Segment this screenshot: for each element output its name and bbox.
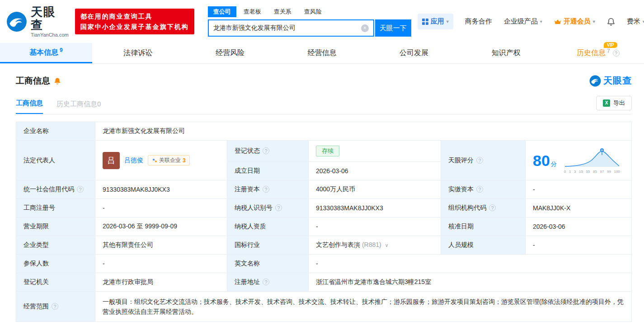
excel-icon: X [603, 99, 610, 107]
related-companies-label: 关联企业 [159, 156, 181, 164]
field-label: 企业名称 [24, 127, 49, 134]
taxpayer-quality-label-cell: 纳税人资质 [227, 218, 309, 236]
top-nav: 应用 ▾ 商务合作 企业级产品 ▾ 开通会员 ▾ 费米 ▾ [418, 14, 644, 29]
nav-cooperation[interactable]: 商务合作 [465, 17, 492, 26]
help-icon[interactable]: ? [613, 50, 620, 57]
reg-number-value-cell: - [95, 199, 227, 218]
reg-number-label-cell: 工商注册号 [16, 199, 95, 218]
search-tab-risk[interactable]: 查风险 [299, 6, 327, 17]
bell-icon [607, 18, 615, 26]
field-label: 登记机关 [24, 278, 49, 285]
reg-status-value-cell: 存续 [309, 141, 441, 162]
company-name-value-cell: 龙港市新强文化发展有限公司 [95, 122, 632, 141]
score-value-cell: 80分 0 1 3 15 [526, 141, 632, 180]
industry-value-cell: 文艺创作与表演 (R881) ∨ [309, 236, 441, 255]
company-type-label-cell: 企业类型 [16, 236, 95, 255]
legal-rep-label-cell: 法定代表人 [16, 141, 95, 180]
score-chart: 0 1 3 15 55 85 97 99 100 [564, 147, 621, 174]
help-icon[interactable]: ? [476, 186, 483, 193]
field-label: 人员规模 [448, 241, 474, 248]
reg-capital-value-cell: 4000万人民币 [309, 180, 441, 199]
table-row: 工商注册号 - 纳税人识别号? 91330383MAK8JJ0KX3 组织机构代… [16, 199, 632, 218]
tab-count: 9 [60, 47, 63, 53]
field-label: 注册资本 [235, 185, 260, 193]
help-icon[interactable]: ? [476, 157, 483, 164]
tab-company-development[interactable]: 公司发展 [368, 43, 460, 63]
search-input[interactable] [209, 24, 361, 32]
help-icon[interactable]: ? [489, 204, 496, 211]
section-head: 工商信息 天眼查 [16, 75, 632, 87]
search-tab-relation[interactable]: 查关系 [268, 6, 297, 17]
field-label: 实缴资本 [448, 185, 474, 193]
tab-operation-risk[interactable]: 经营风险 [184, 43, 276, 63]
search-tab-boss[interactable]: 查老板 [238, 6, 267, 17]
approval-date-label-cell: 核准日期 [441, 218, 526, 236]
nav-enterprise[interactable]: 企业级产品 ▾ [504, 17, 542, 26]
field-label: 天眼评分 [448, 156, 474, 164]
chevron-down-icon[interactable]: ∨ [385, 242, 389, 248]
subtab-business-info[interactable]: 工商信息 [16, 99, 43, 114]
export-button[interactable]: X 导出 [596, 96, 632, 110]
search-tab-company[interactable]: 查公司 [208, 6, 236, 17]
related-companies-badge[interactable]: 关联企业 3 [148, 155, 190, 166]
page-title: 工商信息 [16, 75, 50, 87]
tab-operation-info[interactable]: 经营信息 [276, 43, 368, 63]
clear-icon[interactable]: × [361, 24, 369, 32]
legal-rep-name-link[interactable]: 吕德俊 [124, 156, 143, 165]
help-icon[interactable]: ? [77, 186, 84, 193]
table-row: 统一社会信用代码? 91330383MAK8JJ0KX3 注册资本? 4000万… [16, 180, 632, 199]
help-icon[interactable]: ? [263, 279, 269, 285]
help-icon[interactable]: ? [52, 303, 58, 310]
org-code-label-cell: 组织机构代码? [441, 199, 526, 218]
establish-date-value-cell: 2026-03-06 [309, 162, 441, 180]
industry-label-cell: 国标行业 [227, 236, 309, 255]
paid-capital-value-cell: - [526, 180, 632, 199]
tab-label: 法律诉讼 [123, 48, 152, 58]
field-label: 参保人数 [24, 260, 49, 267]
watermark-brand: 天眼查 [589, 75, 632, 87]
notification-bell-button[interactable] [607, 18, 615, 26]
reg-address-value-cell: 浙江省温州市龙港市逸合城六期3幢215室 [309, 273, 632, 292]
insured-count-value-cell: - [95, 255, 227, 273]
field-label: 英文名称 [235, 260, 260, 267]
nav-apps[interactable]: 应用 ▾ [418, 14, 453, 29]
search-button[interactable]: 天眼一下 [375, 19, 411, 37]
help-icon[interactable]: ? [275, 204, 282, 211]
tab-history-info[interactable]: VIP 历史信息 7 ? [552, 43, 644, 63]
top-header: 天眼查 TianYanCha.com 都在用的商业查询工具 国家中小企业发展子基… [0, 0, 644, 41]
watermark-brand-text: 天眼查 [603, 75, 632, 87]
table-row: 企业名称 龙港市新强文化发展有限公司 [16, 122, 632, 141]
tab-legal-litigation[interactable]: 法律诉讼 [92, 43, 184, 63]
legal-rep-avatar[interactable]: 吕 [103, 152, 120, 169]
taxpayer-id-label-cell: 纳税人识别号? [227, 199, 309, 218]
tab-count: 7 [607, 48, 610, 54]
company-name-label-cell: 企业名称 [16, 122, 95, 141]
field-label: 国标行业 [235, 241, 260, 248]
score-unit: 分 [551, 161, 557, 167]
nav-user-menu[interactable]: 费米 ▾ [627, 17, 644, 26]
chevron-down-icon: ▾ [593, 19, 595, 24]
english-name-value-cell: - [309, 255, 632, 273]
tab-basic-info[interactable]: 基本信息 9 [0, 43, 92, 63]
search-box: × [208, 19, 374, 37]
table-row: 营业期限 2026-03-06 至 9999-09-09 纳税人资质 - 核准日… [16, 218, 632, 236]
logo-text: 天眼查 [31, 5, 69, 31]
field-label: 登记状态 [235, 147, 260, 154]
help-icon[interactable]: ? [263, 186, 269, 193]
tianyancha-logo[interactable]: 天眼查 TianYanCha.com [6, 5, 69, 38]
nav-open-vip[interactable]: 开通会员 ▾ [554, 17, 595, 26]
field-label: 统一社会信用代码 [24, 185, 74, 193]
subtab-history-business-info[interactable]: 历史工商信息0 [56, 100, 101, 114]
table-row: 法定代表人 吕 吕德俊 关联企业 3 登记状态? [16, 141, 632, 162]
alert-bell-icon[interactable] [54, 77, 61, 85]
chevron-down-icon: ▾ [447, 19, 449, 24]
org-code-value-cell: MAK8JJ0K-X [526, 199, 632, 218]
field-label: 纳税人资质 [235, 222, 266, 230]
business-scope-value-cell: 一般项目：组织文化艺术交流活动；技术服务、技术开发、技术咨询、技术交流、技术转让… [95, 292, 632, 322]
tab-intellectual-property[interactable]: 知识产权 [460, 43, 552, 63]
help-icon[interactable]: ? [263, 147, 269, 154]
legal-rep-value-cell: 吕 吕德俊 关联企业 3 [95, 141, 227, 180]
search-row: × 天眼一下 [208, 19, 411, 37]
taxpayer-id-value-cell: 91330383MAK8JJ0KX3 [309, 199, 441, 218]
score-curve-chart [564, 147, 620, 168]
